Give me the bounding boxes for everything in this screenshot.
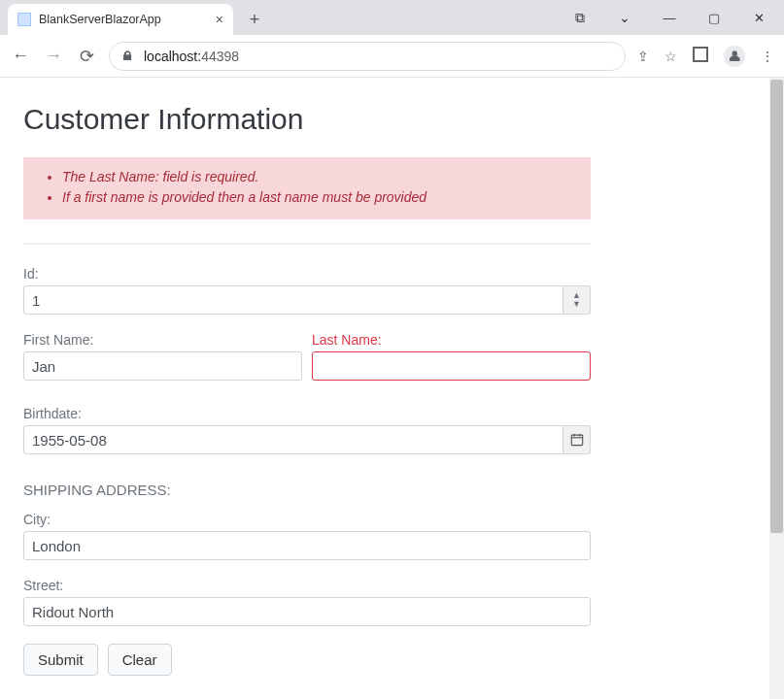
address-bar[interactable]: 🔒︎ localhost:44398 [109,42,626,71]
window-close-button[interactable]: ✕ [737,3,780,32]
lock-icon: 🔒︎ [121,49,134,63]
tab-search-icon[interactable]: ⧉ [559,3,601,32]
id-input[interactable] [23,285,563,315]
browser-toolbar: ← → ⟳ 🔒︎ localhost:44398 ⇪ ☆ 👤︎ ⋮ [0,35,784,78]
bookmark-star-icon[interactable]: ☆ [665,49,677,64]
field-birthdate: Birthdate: [23,406,591,454]
nav-back-button[interactable]: ← [10,46,31,66]
side-panel-icon[interactable] [693,47,708,65]
field-last-name: Last Name: [312,332,591,381]
svg-rect-0 [571,435,582,446]
number-spinner[interactable]: ▲ ▼ [563,285,591,315]
validation-error: If a first name is provided then a last … [62,187,577,208]
window-minimize-button[interactable]: — [648,3,691,32]
spinner-down-icon[interactable]: ▼ [572,300,581,309]
reload-button[interactable]: ⟳ [76,46,97,67]
page-title: Customer Information [23,103,746,136]
last-name-label: Last Name: [312,332,591,348]
vertical-scrollbar[interactable] [769,78,784,699]
kebab-menu-icon[interactable]: ⋮ [761,49,774,64]
window-maximize-button[interactable]: ▢ [693,3,735,32]
birthdate-label: Birthdate: [23,406,591,421]
window-controls: ⧉ ⌄ — ▢ ✕ [559,0,784,35]
date-picker-button[interactable] [563,425,591,454]
first-name-label: First Name: [23,332,302,348]
submit-button[interactable]: Submit [23,644,98,676]
field-first-name: First Name: [23,332,302,381]
tab-close-icon[interactable]: × [216,12,223,27]
nav-forward-button[interactable]: → [43,46,64,66]
city-label: City: [23,512,591,527]
customer-form: Id: ▲ ▼ First Name: Last Name: [23,266,591,676]
new-tab-button[interactable]: + [241,6,268,33]
field-street: Street: [23,578,591,626]
field-id: Id: ▲ ▼ [23,266,591,315]
validation-error: The Last Name: field is required. [62,167,577,187]
last-name-input[interactable] [312,351,591,381]
clear-button[interactable]: Clear [108,644,172,676]
street-input[interactable] [23,597,591,626]
validation-summary: The Last Name: field is required. If a f… [23,157,591,219]
shipping-heading: SHIPPING ADDRESS: [23,482,591,498]
tab-title: BlankServerBlazorApp [39,13,208,26]
street-label: Street: [23,578,591,593]
share-icon[interactable]: ⇪ [637,49,649,64]
first-name-input[interactable] [23,351,302,381]
calendar-icon [570,433,584,447]
birthdate-input[interactable] [23,425,563,454]
id-label: Id: [23,266,591,282]
toolbar-actions: ⇪ ☆ 👤︎ ⋮ [637,46,774,67]
separator [23,243,591,245]
city-input[interactable] [23,531,591,560]
viewport: Customer Information The Last Name: fiel… [0,78,784,699]
profile-avatar[interactable]: 👤︎ [724,46,745,67]
page-content: Customer Information The Last Name: fiel… [0,78,769,699]
browser-tab[interactable]: BlankServerBlazorApp × [8,4,233,35]
chevron-down-icon[interactable]: ⌄ [603,3,646,32]
tab-favicon [17,13,31,26]
browser-titlebar: BlankServerBlazorApp × + ⧉ ⌄ — ▢ ✕ [0,0,784,35]
url-text: localhost:44398 [144,49,239,64]
field-city: City: [23,512,591,560]
scroll-thumb[interactable] [770,80,783,533]
